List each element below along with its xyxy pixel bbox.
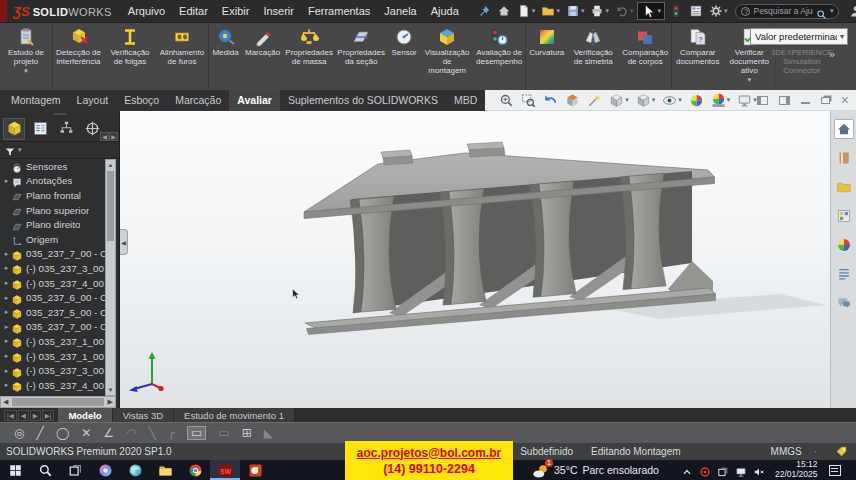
command-tab[interactable]: MBD <box>446 90 485 111</box>
sketch-tool-icon[interactable]: ∠ <box>103 427 114 439</box>
quick-toolbar-button[interactable] <box>613 3 636 19</box>
tree-item[interactable]: Sensores <box>0 159 105 174</box>
tree-item[interactable]: (-) 035_237_1_00 - Ar <box>0 334 105 349</box>
expand-arrow-icon[interactable] <box>2 367 11 375</box>
menu-item[interactable]: Editar <box>173 3 214 19</box>
tree-item[interactable]: Plano frontal <box>0 188 105 203</box>
taskbar-app-button[interactable] <box>120 460 150 480</box>
tree-item[interactable]: (-) 035_237_4_00 - Ch <box>0 276 105 291</box>
quick-toolbar-button[interactable] <box>495 3 513 19</box>
sketch-tool-icon[interactable]: ╱ <box>36 427 43 439</box>
tree-item[interactable]: Anotações <box>0 174 105 189</box>
heads-up-tool[interactable] <box>499 93 514 108</box>
heads-up-tool[interactable] <box>543 93 558 108</box>
tray-icon[interactable] <box>681 464 693 476</box>
heads-up-tool[interactable] <box>565 93 580 108</box>
tree-filter-bar[interactable]: ▾ <box>0 142 119 159</box>
quick-toolbar-button[interactable] <box>588 3 611 19</box>
task-pane-tab[interactable] <box>834 206 854 226</box>
task-pane-tab[interactable] <box>834 235 854 255</box>
tab-nav-arrow[interactable]: |◀ <box>4 410 17 421</box>
document-tab[interactable]: Modelo <box>58 408 112 422</box>
quick-toolbar-button[interactable] <box>667 3 685 19</box>
expand-arrow-icon[interactable] <box>2 308 11 316</box>
ribbon-button[interactable]: Verificação de simetria <box>567 23 619 89</box>
menu-item[interactable]: Ajuda <box>425 3 465 19</box>
heads-up-tool[interactable] <box>711 93 731 108</box>
taskbar-app-button[interactable] <box>0 460 30 480</box>
taskbar-clock[interactable]: 15:12 22/01/2025 <box>775 460 818 480</box>
sketch-tool-icon[interactable]: ◣ <box>264 427 273 439</box>
expand-arrow-icon[interactable] <box>2 264 11 272</box>
taskbar-app-button[interactable] <box>150 460 180 480</box>
scrollbar-thumb[interactable] <box>107 171 114 241</box>
tree-item[interactable]: Plano superior <box>0 203 105 218</box>
expand-arrow-icon[interactable] <box>2 323 11 331</box>
document-tab[interactable]: Vistas 3D <box>113 408 174 422</box>
heads-up-tool[interactable] <box>587 93 602 108</box>
document-window-button[interactable] <box>801 102 810 104</box>
ribbon-button[interactable]: Curvatura <box>525 23 567 89</box>
tab-nav-arrow[interactable]: ◀ <box>18 410 29 421</box>
tray-icon[interactable] <box>699 464 711 476</box>
sketch-tool-icon[interactable]: ┌ <box>168 427 175 439</box>
scrollbar-thumb[interactable] <box>12 398 103 406</box>
tree-item[interactable]: Origem <box>0 232 105 247</box>
sketch-tool-icon[interactable]: ⊞ <box>242 427 252 439</box>
expand-arrow-icon[interactable] <box>2 279 11 287</box>
command-tab[interactable]: Avaliar <box>229 90 280 111</box>
ribbon-button[interactable]: Propriedades de massa <box>283 23 335 89</box>
taskbar-app-button[interactable] <box>180 460 210 480</box>
feature-manager-tab[interactable] <box>3 118 25 140</box>
search-dropdown-caret[interactable]: ▾ <box>830 7 834 15</box>
menu-item[interactable]: Janela <box>378 3 422 19</box>
ribbon-button[interactable]: Verificação de folgas <box>104 23 156 89</box>
heads-up-tool[interactable] <box>609 93 629 108</box>
command-tab[interactable]: Suplementos do SOLIDWORKS <box>280 90 446 111</box>
tree-item[interactable]: (-) 035_237_4_00 - Ch <box>0 378 105 393</box>
tree-item[interactable]: (-) 035_237_3_00 - Ch <box>0 363 105 378</box>
arrow-right-icon[interactable]: ▶ <box>109 132 118 141</box>
tray-icon[interactable] <box>735 464 747 476</box>
menu-item[interactable]: Inserir <box>257 3 300 19</box>
tree-vertical-scrollbar[interactable]: ▲ ▼ <box>105 159 116 396</box>
model-3d[interactable] <box>120 111 832 408</box>
ribbon-button[interactable]: Estudo de projeto <box>0 23 52 89</box>
ribbon-button[interactable]: Marcação <box>242 23 283 89</box>
search-icon[interactable] <box>816 6 827 17</box>
quick-toolbar-button[interactable] <box>687 3 705 19</box>
tab-nav-arrow[interactable]: ▶| <box>42 410 55 421</box>
ribbon-button[interactable]: Propriedades da seção <box>335 23 387 89</box>
heads-up-tool[interactable] <box>689 93 704 108</box>
ribbon-button[interactable]: Medida <box>208 23 242 89</box>
tree-item[interactable]: 035_237_7_00 - Chap <box>0 247 105 262</box>
scroll-right-arrow[interactable]: ▶ <box>106 398 115 406</box>
tree-item[interactable]: Plano direito <box>0 217 105 232</box>
command-tab[interactable]: Marcação <box>167 90 229 111</box>
taskbar-app-button[interactable] <box>240 460 270 480</box>
weather-widget[interactable]: 1 35°C Parc ensolarado <box>532 463 659 478</box>
tray-icon[interactable] <box>717 464 729 476</box>
search-input[interactable]: Pesquisar a Ajuda d <box>753 6 812 16</box>
expand-arrow-icon[interactable] <box>2 352 11 360</box>
scroll-up-arrow[interactable]: ▲ <box>106 160 115 170</box>
ribbon-button[interactable]: Visualização de montagem <box>421 23 473 89</box>
units-selector[interactable]: MMGS <box>771 446 802 457</box>
scroll-down-arrow[interactable]: ▼ <box>106 385 115 395</box>
task-pane-tab[interactable] <box>834 293 854 313</box>
taskbar-app-button[interactable] <box>30 460 60 480</box>
ribbon-button[interactable]: Comparação de corpos <box>619 23 671 89</box>
taskbar-app-button[interactable] <box>210 460 240 480</box>
taskbar-app-button[interactable] <box>90 460 120 480</box>
document-window-button[interactable] <box>757 96 768 105</box>
heads-up-tool[interactable] <box>636 93 656 108</box>
ribbon-button[interactable]: Comparar documentos <box>671 23 723 89</box>
tab-nav-arrow[interactable]: ▶ <box>30 410 41 421</box>
task-pane-tab[interactable] <box>834 264 854 284</box>
sketch-tool-icon[interactable]: ◯ <box>56 427 69 439</box>
tray-icon[interactable] <box>753 464 765 476</box>
menu-item[interactable]: Arquivo <box>122 3 171 19</box>
heads-up-tool[interactable] <box>662 93 682 108</box>
ribbon-button[interactable]: Detecção de interferência <box>52 23 104 89</box>
command-tab[interactable]: Layout <box>69 90 117 111</box>
